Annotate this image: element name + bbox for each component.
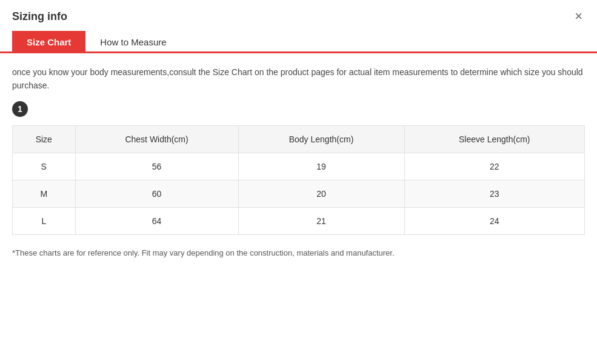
description-text: once you know your body measurements,con…: [12, 65, 585, 93]
cell-sleeve-m: 23: [404, 180, 584, 207]
table-row: S 56 19 22: [13, 153, 585, 180]
cell-body-m: 20: [238, 180, 404, 207]
close-button[interactable]: ×: [572, 10, 585, 23]
table-row: M 60 20 23: [13, 180, 585, 207]
cell-size-s: S: [13, 153, 76, 180]
cell-size-m: M: [13, 180, 76, 207]
tab-how-to-measure[interactable]: How to Measure: [85, 31, 181, 53]
cell-chest-m: 60: [75, 180, 238, 207]
cell-body-l: 21: [238, 207, 404, 234]
cell-body-s: 19: [238, 153, 404, 180]
modal-body: once you know your body measurements,con…: [0, 53, 597, 274]
cell-size-l: L: [13, 207, 76, 234]
cell-sleeve-l: 24: [404, 207, 584, 234]
col-header-sleeve: Sleeve Length(cm): [404, 125, 584, 153]
col-header-body: Body Length(cm): [238, 125, 404, 153]
table-head: Size Chest Width(cm) Body Length(cm) Sle…: [13, 125, 585, 153]
disclaimer-text: *These charts are for reference only. Fi…: [12, 247, 585, 260]
tabs-container: Size Chart How to Measure: [0, 29, 597, 53]
cell-chest-s: 56: [75, 153, 238, 180]
cell-chest-l: 64: [75, 207, 238, 234]
col-header-size: Size: [13, 125, 76, 153]
size-table: Size Chest Width(cm) Body Length(cm) Sle…: [12, 125, 585, 235]
modal-header: Sizing info ×: [0, 0, 597, 29]
cell-sleeve-s: 22: [404, 153, 584, 180]
table-row: L 64 21 24: [13, 207, 585, 234]
col-header-chest: Chest Width(cm): [75, 125, 238, 153]
table-header-row: Size Chest Width(cm) Body Length(cm) Sle…: [13, 125, 585, 153]
modal-title: Sizing info: [12, 10, 67, 23]
table-body: S 56 19 22 M 60 20 23 L 64 21 24: [13, 153, 585, 234]
modal: Sizing info × Size Chart How to Measure …: [0, 0, 597, 364]
step-badge: 1: [12, 101, 28, 117]
tab-size-chart[interactable]: Size Chart: [12, 31, 85, 53]
